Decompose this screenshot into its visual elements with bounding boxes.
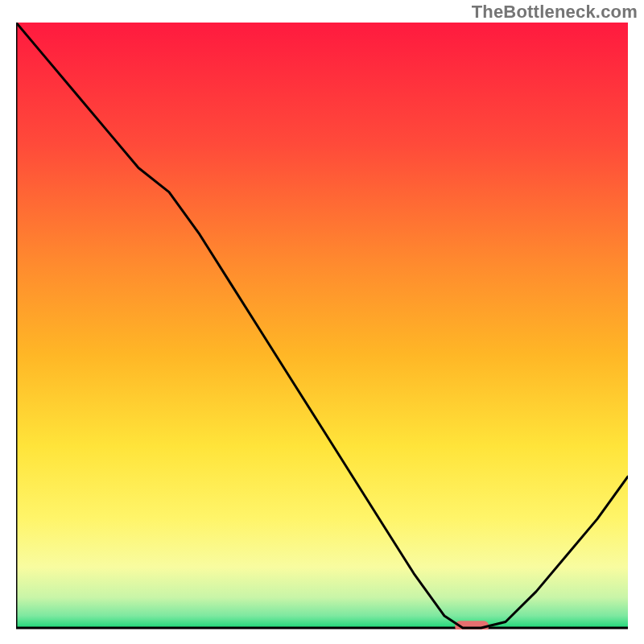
heat-background bbox=[16, 23, 628, 628]
chart-container: TheBottleneck.com bbox=[0, 0, 644, 644]
bottleneck-chart bbox=[16, 23, 628, 630]
watermark-text: TheBottleneck.com bbox=[472, 2, 638, 23]
